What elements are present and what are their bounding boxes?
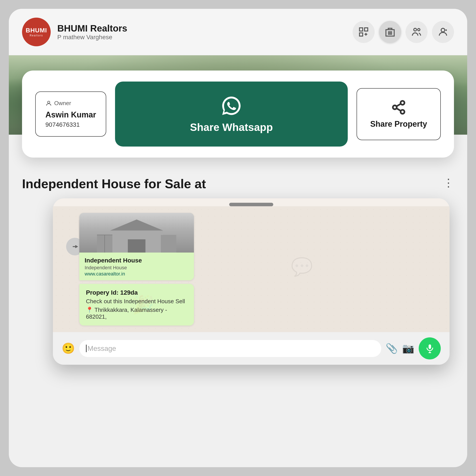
logo-text: BHUMI [26,27,47,34]
main-card: Owner Aswin Kumar 9074676331 Share Whats… [22,70,454,158]
bubble-link-title: Independent House [85,257,189,264]
owner-card[interactable]: Owner Aswin Kumar 9074676331 [35,91,106,137]
attach-button[interactable]: 📎 [386,343,398,354]
forward-icon [70,242,79,251]
svg-rect-1 [364,28,368,31]
svg-point-29 [48,101,50,103]
building-icon [385,26,396,37]
svg-rect-42 [428,344,431,349]
svg-rect-37 [128,239,145,253]
message-link-bubble: Independent House Independent House www.… [79,213,194,280]
svg-point-31 [393,105,397,109]
message-bar: 🙂 Message 📎 📷 [53,332,450,365]
svg-line-34 [396,103,401,106]
building-button[interactable] [379,21,401,43]
phone-notch [229,203,273,206]
team-icon [411,26,422,37]
app-container: BHUMI Realtors BHUMI Realtors P mathew V… [9,9,467,467]
emoji-button[interactable]: 🙂 [62,342,75,355]
company-name: BHUMI Realtors [57,23,353,34]
content-area: Independent House for Sale at ⋮ [22,176,454,198]
cursor [86,345,87,352]
camera-button[interactable]: 📷 [402,343,414,354]
house-preview-icon [93,217,181,253]
svg-rect-0 [359,28,363,31]
card-row: Owner Aswin Kumar 9074676331 Share Whats… [35,82,441,147]
share-property-button[interactable]: Share Property [357,88,441,140]
user-settings-button[interactable] [432,21,454,43]
header-icons [353,21,454,43]
company-info: BHUMI Realtors P mathew Varghese [57,23,353,41]
bubble-content: Independent House Independent House www.… [79,253,194,280]
share-icon [391,100,406,115]
bubble-link-url: www.casarealtor.in [85,271,189,277]
property-title: Independent House for Sale at [22,176,454,191]
header: BHUMI Realtors BHUMI Realtors P mathew V… [9,9,467,55]
whatsapp-phone-preview: 📱 💬 🎉 [53,198,450,365]
grid-add-icon [358,26,369,37]
owner-label-text: Owner [54,100,71,107]
owner-label: Owner [45,100,96,107]
share-whatsapp-text: Share Whatsapp [190,121,273,133]
team-button[interactable] [406,21,427,43]
grid-add-button[interactable] [353,21,375,43]
svg-marker-36 [110,220,163,231]
share-whatsapp-button[interactable]: Share Whatsapp [115,82,348,147]
svg-point-13 [418,28,420,31]
three-dots-menu[interactable]: ⋮ [443,176,454,189]
svg-point-32 [401,110,405,114]
owner-phone: 9074676331 [45,121,96,128]
svg-line-33 [396,108,401,111]
mic-icon [425,343,435,354]
logo: BHUMI Realtors [22,18,51,46]
svg-point-12 [414,28,417,31]
svg-rect-39 [161,235,176,253]
owner-name: Aswin Kumar [45,110,96,119]
whatsapp-icon [220,95,242,117]
whatsapp-chat-area: 📱 💬 🎉 [53,206,450,332]
user-settings-icon [437,26,448,37]
logo-subtext: Realtors [30,34,43,37]
message-placeholder: Message [87,344,116,353]
bubble-image [79,213,194,253]
share-property-text: Share Property [370,119,427,129]
owner-icon [45,100,52,107]
message-input-field[interactable]: Message [79,340,381,357]
svg-rect-2 [359,33,363,36]
svg-point-30 [401,101,405,105]
mic-button[interactable] [419,337,441,359]
bubble-link-sub: Independent House [85,265,189,271]
svg-point-14 [441,28,445,32]
company-subtitle: P mathew Varghese [57,34,353,41]
